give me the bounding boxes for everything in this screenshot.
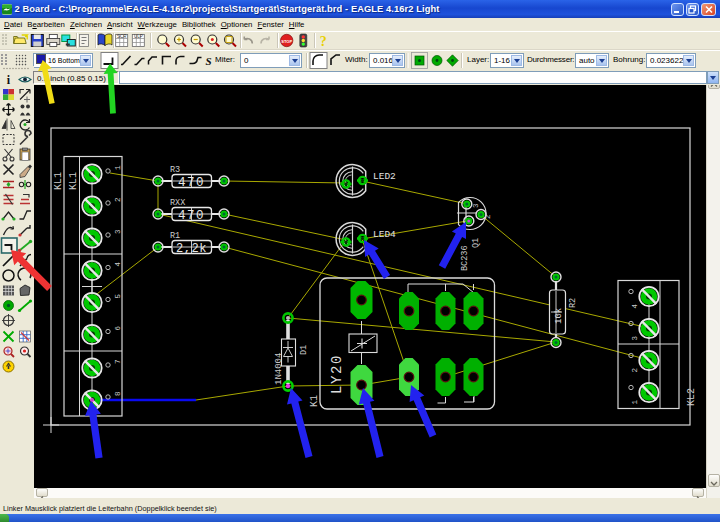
svg-text:2,2k: 2,2k: [176, 242, 207, 256]
svg-text:1: 1: [631, 400, 639, 405]
svg-text:?: ?: [320, 34, 327, 49]
svg-text:Q1: Q1: [471, 238, 481, 248]
svg-text:R1: R1: [170, 231, 180, 241]
svg-text:KL1: KL1: [68, 172, 79, 190]
svg-text:470: 470: [178, 176, 205, 190]
svg-text:S: S: [206, 55, 212, 67]
svg-text:K1: K1: [309, 395, 320, 407]
svg-text:8: 8: [114, 391, 122, 396]
svg-text:3: 3: [472, 203, 480, 208]
svg-text:2: 2: [484, 214, 492, 219]
svg-text:LED4: LED4: [373, 229, 396, 240]
svg-text:4: 4: [631, 304, 639, 309]
svg-text:10k: 10k: [554, 308, 564, 324]
svg-text:4: 4: [114, 262, 122, 267]
svg-text:2: 2: [631, 368, 639, 373]
svg-text:1N4004: 1N4004: [274, 353, 284, 385]
svg-text:470: 470: [178, 209, 205, 223]
svg-text:1: 1: [114, 165, 122, 170]
svg-text:5: 5: [114, 294, 122, 299]
svg-text:SCR: SCR: [117, 34, 127, 39]
svg-text:LED2: LED2: [373, 171, 396, 182]
svg-text:2: 2: [114, 197, 122, 202]
svg-text:6: 6: [114, 326, 122, 331]
svg-text:7: 7: [114, 359, 122, 364]
svg-text:3: 3: [631, 336, 639, 341]
svg-text:R2: R2: [568, 298, 578, 308]
svg-text:ULP: ULP: [134, 34, 143, 39]
svg-text:KL2: KL2: [686, 388, 697, 406]
svg-text:i: i: [7, 73, 11, 87]
svg-text:3: 3: [114, 229, 122, 234]
svg-text:RXX: RXX: [170, 198, 185, 208]
svg-text:STOP: STOP: [281, 39, 292, 44]
svg-text:LY20: LY20: [329, 354, 345, 394]
svg-text:R3: R3: [170, 165, 180, 175]
svg-text:KL1: KL1: [53, 172, 64, 190]
svg-text:BC236: BC236: [460, 245, 470, 271]
svg-text:D1: D1: [299, 345, 309, 355]
